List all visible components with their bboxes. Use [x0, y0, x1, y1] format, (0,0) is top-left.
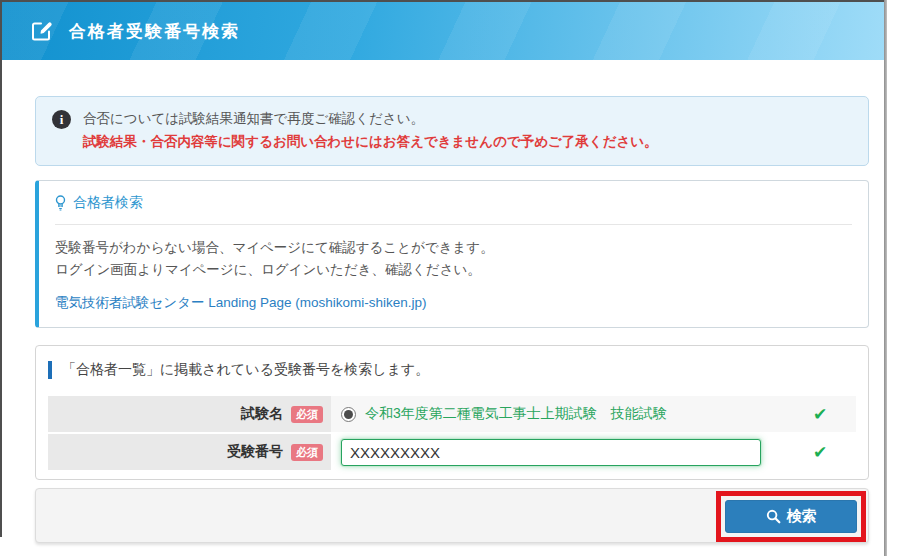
required-badge: 必須 [291, 444, 323, 461]
passer-search-title: 合格者検索 [73, 194, 143, 212]
exam-number-label-cell: 受験番号 必須 [48, 434, 331, 470]
page-header: 合格者受験番号検索 [2, 2, 884, 60]
page-body: i 合否については試験結果通知書で再度ご確認ください。 試験結果・合否内容等に関… [2, 60, 884, 543]
exam-number-input[interactable] [341, 439, 761, 466]
notice-line-2: 試験結果・合否内容等に関するお問い合わせにはお答えできませんので予めご了承くださ… [83, 131, 658, 154]
page-title: 合格者受験番号検索 [69, 20, 240, 43]
exam-name-row: 試験名 必須 令和3年度第二種電気工事士上期試験 技能試験 ✔ [48, 396, 856, 432]
exam-name-value-cell: 令和3年度第二種電気工事士上期試験 技能試験 [331, 396, 784, 432]
exam-radio-selected[interactable] [341, 407, 356, 422]
mypage-hint-line-2: ログイン画面よりマイページに、ログインいただき、確認ください。 [55, 259, 852, 281]
window-right-border [884, 0, 887, 556]
exam-number-row: 受験番号 必須 ✔ [48, 434, 856, 470]
exam-name-label-cell: 試験名 必須 [48, 396, 331, 432]
form-footer: 検索 [35, 488, 869, 543]
passer-search-heading: 合格者検索 [55, 194, 852, 212]
form-lead-text: 「合格者一覧」に掲載されている受験番号を検索します。 [62, 361, 429, 379]
exam-option-label[interactable]: 令和3年度第二種電気工事士上期試験 技能試験 [365, 405, 667, 423]
exam-number-label: 受験番号 [227, 443, 283, 461]
lightbulb-icon [55, 195, 66, 211]
form-lead: 「合格者一覧」に掲載されている受験番号を検索します。 [48, 361, 856, 379]
search-form-box: 「合格者一覧」に掲載されている受験番号を検索します。 試験名 必須 令和3年度第… [35, 345, 869, 480]
notice-box: i 合否については試験結果通知書で再度ご確認ください。 試験結果・合否内容等に関… [35, 96, 869, 166]
number-valid-check-icon: ✔ [784, 434, 856, 470]
edit-pencil-icon [30, 19, 54, 43]
search-button-label: 検索 [787, 507, 817, 526]
notice-text: 合否については試験結果通知書で再度ご確認ください。 試験結果・合否内容等に関する… [83, 108, 658, 154]
exam-valid-check-icon: ✔ [784, 396, 856, 432]
divider [55, 224, 852, 225]
landing-page-link[interactable]: 電気技術者試験センター Landing Page (moshikomi-shik… [55, 294, 427, 312]
passer-search-info-box: 合格者検索 受験番号がわからない場合、マイページにて確認することができます。 ロ… [35, 180, 869, 329]
required-badge: 必須 [291, 406, 323, 423]
info-icon: i [52, 110, 71, 129]
exam-number-value-cell [331, 434, 784, 470]
search-button[interactable]: 検索 [725, 500, 857, 533]
notice-line-1: 合否については試験結果通知書で再度ご確認ください。 [83, 108, 658, 131]
exam-name-label: 試験名 [241, 405, 283, 423]
magnifier-icon [766, 509, 781, 524]
lead-accent-bar [48, 361, 52, 379]
mypage-hint-line-1: 受験番号がわからない場合、マイページにて確認することができます。 [55, 237, 852, 259]
red-highlight-annotation: 検索 [716, 491, 866, 542]
browser-window: 合格者受験番号検索 i 合否については試験結果通知書で再度ご確認ください。 試験… [0, 0, 884, 537]
form-table: 試験名 必須 令和3年度第二種電気工事士上期試験 技能試験 ✔ 受験番号 必須 [48, 396, 856, 470]
